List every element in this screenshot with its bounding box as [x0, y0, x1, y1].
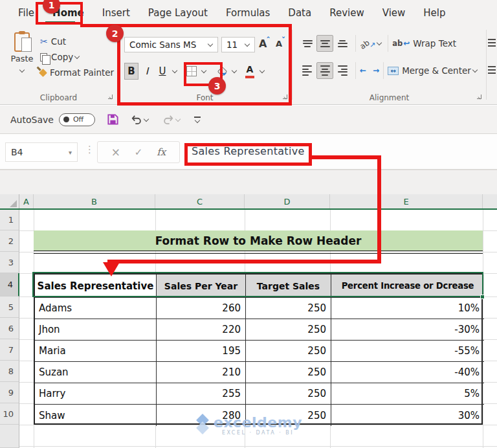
font-name-combo[interactable]: Comic Sans MS: [124, 37, 218, 52]
cell-b6[interactable]: Jhon: [35, 319, 157, 341]
row-header-1[interactable]: 1: [0, 209, 19, 230]
title-banner-cell[interactable]: Format Row to Make Row Header: [34, 230, 483, 251]
tab-view[interactable]: View: [373, 0, 415, 26]
tab-insert[interactable]: Insert: [93, 0, 139, 26]
underline-button[interactable]: U: [155, 63, 170, 80]
fill-color-dropdown-icon[interactable]: [232, 68, 237, 73]
orientation-button[interactable]: ab↗: [360, 38, 375, 50]
cell-b10[interactable]: Shaw: [35, 405, 157, 426]
cell-c4[interactable]: Sales Per Year: [157, 274, 246, 298]
italic-button[interactable]: I: [140, 63, 154, 80]
align-left-button[interactable]: [299, 62, 316, 79]
alignment-dialog-launcher-icon[interactable]: [476, 94, 483, 100]
enter-icon[interactable]: ✓: [135, 146, 143, 158]
tab-data[interactable]: Data: [279, 0, 320, 26]
formula-input[interactable]: Sales Representative: [192, 145, 305, 157]
cell-b4[interactable]: Sales Representative: [35, 274, 157, 298]
row-header-2[interactable]: 2: [0, 230, 19, 252]
row-header-10[interactable]: 10: [0, 403, 19, 425]
font-size-combo[interactable]: 11: [221, 37, 255, 52]
tab-review[interactable]: Review: [320, 0, 373, 26]
wrap-text-button[interactable]: ab↩ Wrap Text: [392, 38, 456, 49]
borders-dropdown-icon[interactable]: [201, 68, 206, 73]
copy-dropdown-icon[interactable]: [74, 54, 80, 59]
cell-e10[interactable]: 30%: [331, 405, 484, 426]
undo-button[interactable]: [131, 114, 151, 126]
cell-c9[interactable]: 255: [157, 383, 246, 405]
align-right-button[interactable]: [334, 62, 351, 79]
bold-button[interactable]: B: [124, 63, 138, 80]
insert-function-icon[interactable]: fx: [157, 146, 166, 158]
tab-formulas[interactable]: Formulas: [217, 0, 279, 26]
paste-button[interactable]: Paste: [9, 32, 35, 76]
format-painter-button[interactable]: Format Painter: [40, 65, 114, 80]
font-color-dropdown-icon[interactable]: [260, 68, 265, 73]
redo-button[interactable]: [162, 114, 182, 126]
cell-b7[interactable]: Maria: [35, 341, 157, 362]
name-box-dropdown-icon[interactable]: ▾: [69, 149, 72, 156]
cell-e9[interactable]: 5%: [331, 383, 484, 405]
column-header-d[interactable]: D: [245, 194, 330, 208]
redo-dropdown-icon[interactable]: [175, 116, 181, 121]
cell-b5[interactable]: Adams: [35, 298, 157, 319]
font-color-button[interactable]: A: [243, 63, 257, 80]
save-button[interactable]: [107, 113, 119, 126]
align-top-button[interactable]: [299, 35, 316, 52]
fill-handle[interactable]: [480, 295, 485, 299]
paste-dropdown-icon[interactable]: [19, 67, 24, 73]
merge-center-button[interactable]: ↔ Merge & Center: [388, 65, 471, 76]
row-header-5[interactable]: 5: [0, 297, 19, 318]
cell-c6[interactable]: 220: [157, 319, 246, 341]
column-header-a[interactable]: A: [19, 194, 34, 208]
font-size-dropdown-icon[interactable]: [245, 41, 250, 47]
shrink-font-button[interactable]: Aˇ: [276, 36, 285, 49]
cell-b9[interactable]: Harry: [35, 383, 157, 405]
font-name-dropdown-icon[interactable]: [208, 41, 213, 47]
cell-d9[interactable]: 250: [246, 383, 331, 405]
cell-c8[interactable]: 210: [157, 362, 246, 383]
cell-b8[interactable]: Suzan: [35, 362, 157, 383]
cell-e7[interactable]: -55%: [331, 341, 484, 362]
row-header-9[interactable]: 9: [0, 382, 19, 403]
cell-e6[interactable]: -30%: [331, 319, 484, 341]
column-header-f[interactable]: [483, 194, 497, 208]
align-middle-button[interactable]: [316, 35, 333, 52]
align-center-button[interactable]: [316, 62, 333, 79]
cell-c7[interactable]: 195: [157, 341, 246, 362]
increase-indent-button[interactable]: →: [373, 66, 379, 75]
cancel-icon[interactable]: ×: [111, 146, 120, 159]
cell-e5[interactable]: 10%: [331, 298, 484, 319]
formula-bar-grip-icon[interactable]: ⋮: [85, 144, 94, 155]
column-header-c[interactable]: C: [155, 194, 245, 208]
column-header-e[interactable]: E: [330, 194, 483, 208]
cell-d8[interactable]: 250: [246, 362, 331, 383]
select-all-corner[interactable]: [0, 194, 19, 208]
tab-help[interactable]: Help: [414, 0, 454, 26]
cell-d7[interactable]: 250: [246, 341, 331, 362]
autosave-toggle[interactable]: Off: [59, 113, 95, 126]
cell-e8[interactable]: -40%: [331, 362, 484, 383]
copy-button[interactable]: Copy: [40, 49, 114, 65]
merge-center-dropdown-icon[interactable]: [472, 67, 478, 73]
cell-d4[interactable]: Target Sales: [246, 274, 331, 298]
grow-font-button[interactable]: Aˆ: [259, 36, 270, 50]
cell-c5[interactable]: 260: [157, 298, 246, 319]
column-header-b[interactable]: B: [34, 194, 155, 208]
tab-file[interactable]: File: [9, 0, 43, 26]
cell-e4[interactable]: Percent Increase or Dcrease: [331, 274, 484, 298]
borders-button[interactable]: [184, 63, 199, 80]
name-box[interactable]: B4 ▾: [5, 142, 78, 162]
orientation-dropdown-icon[interactable]: [377, 40, 382, 45]
tab-page-layout[interactable]: Page Layout: [139, 0, 217, 26]
underline-dropdown-icon[interactable]: [172, 68, 177, 73]
cut-button[interactable]: ✂ Cut: [40, 34, 114, 49]
row-header-4[interactable]: 4: [0, 273, 19, 297]
row-header-7[interactable]: 7: [0, 339, 19, 361]
row-header-6[interactable]: 6: [0, 318, 19, 339]
clipboard-dialog-launcher-icon[interactable]: [107, 94, 114, 100]
align-bottom-button[interactable]: [334, 35, 351, 52]
row-header-3[interactable]: 3: [0, 252, 19, 273]
cell-d5[interactable]: 250: [246, 298, 331, 319]
row-header-8[interactable]: 8: [0, 361, 19, 382]
customize-qat-button[interactable]: [194, 117, 201, 122]
